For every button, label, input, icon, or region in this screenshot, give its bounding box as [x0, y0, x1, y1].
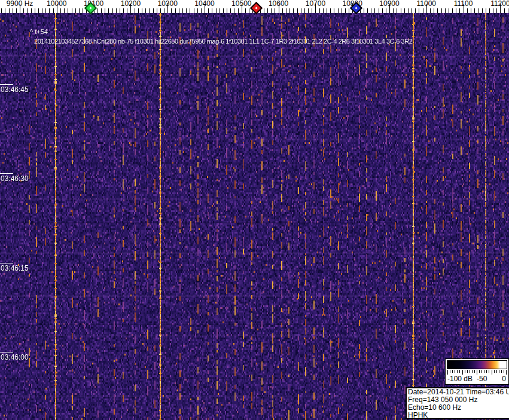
minor-freq-tick: [374, 8, 375, 13]
db-tick: [506, 370, 507, 375]
minor-freq-tick: [319, 8, 320, 13]
minor-freq-tick: [68, 8, 68, 13]
freq-tick-label: 10600: [269, 0, 288, 8]
cursor-time-offset-label: ^ t+54: [30, 28, 48, 35]
freq-tick-label: 11200: [490, 0, 509, 8]
detection-parameters-text: 20141021034527368 hCnt280 nb-75 f10301 h…: [34, 38, 412, 45]
minor-freq-tick: [45, 8, 46, 13]
minor-freq-tick: [367, 8, 368, 13]
db-tick: [501, 370, 502, 373]
minor-freq-tick: [175, 8, 176, 13]
minor-freq-tick: [9, 8, 10, 13]
minor-freq-tick: [297, 8, 298, 13]
station-info-box: Date=2014-10-21 Time=03:46 UTC Freq=143 …: [406, 387, 509, 419]
minor-freq-tick: [153, 8, 154, 13]
db-tick: [472, 370, 473, 373]
db-tick: [499, 370, 499, 373]
minor-freq-tick: [423, 8, 423, 13]
minor-freq-tick: [101, 8, 102, 13]
db-tick: [481, 370, 482, 373]
db-max-label: 0: [502, 375, 506, 383]
db-tick: [457, 370, 458, 373]
db-tick: [486, 370, 487, 373]
minor-freq-tick: [194, 8, 194, 13]
minor-freq-tick: [145, 8, 146, 13]
minor-freq-tick: [245, 8, 246, 13]
db-scale-ticks: [447, 370, 507, 375]
db-tick: [447, 370, 448, 375]
db-scale-labels: -100 dB -50 0: [446, 375, 507, 383]
minor-freq-tick: [271, 8, 272, 13]
freq-tick-label: 10400: [194, 0, 214, 8]
minor-freq-tick: [301, 8, 301, 13]
minor-freq-tick: [275, 8, 275, 13]
minor-freq-tick: [345, 8, 346, 13]
db-tick: [474, 370, 475, 373]
minor-freq-tick: [35, 8, 35, 13]
minor-freq-tick: [312, 8, 312, 13]
freq-tick-label: 11100: [454, 0, 473, 8]
minor-freq-tick: [31, 8, 32, 13]
freq-tick-label: 10700: [306, 0, 325, 8]
minor-freq-tick: [434, 8, 434, 13]
db-tick: [462, 370, 463, 375]
minor-freq-tick: [496, 8, 497, 13]
minor-freq-tick: [330, 8, 331, 13]
db-tick: [496, 370, 497, 373]
marker-center-dot: [89, 7, 92, 9]
minor-freq-tick: [327, 8, 327, 13]
minor-freq-tick: [127, 8, 127, 13]
marker-center-dot: [255, 7, 257, 9]
minor-freq-tick: [449, 8, 449, 13]
db-gradient-bar: [447, 360, 507, 369]
minor-freq-tick: [364, 8, 364, 13]
spectrogram-waterfall-canvas[interactable]: [0, 13, 509, 420]
minor-freq-tick: [197, 8, 198, 13]
minor-freq-tick: [23, 8, 24, 13]
minor-freq-tick: [208, 8, 209, 13]
minor-freq-tick: [401, 8, 401, 13]
minor-freq-tick: [38, 8, 39, 13]
minor-freq-tick: [456, 8, 456, 13]
minor-freq-tick: [323, 8, 324, 13]
minor-freq-tick: [286, 8, 286, 13]
minor-freq-tick: [64, 8, 65, 13]
minor-freq-tick: [5, 8, 5, 13]
minor-freq-tick: [216, 8, 217, 13]
db-min-label: -100 dB: [447, 375, 473, 383]
freq-tick-label: 10300: [158, 0, 178, 8]
minor-freq-tick: [123, 8, 124, 13]
minor-freq-tick: [157, 8, 157, 13]
time-tick-line: [0, 352, 13, 352]
freq-tick-label: 10900: [379, 0, 399, 8]
minor-freq-tick: [164, 8, 164, 13]
minor-freq-tick: [382, 8, 383, 13]
minor-freq-tick: [149, 8, 150, 13]
minor-freq-tick: [441, 8, 442, 13]
minor-freq-tick: [308, 8, 309, 13]
db-tick: [489, 370, 489, 373]
minor-freq-tick: [282, 8, 283, 13]
minor-freq-tick: [371, 8, 371, 13]
minor-freq-tick: [437, 8, 438, 13]
minor-freq-tick: [397, 8, 397, 13]
minor-freq-tick: [419, 8, 419, 13]
minor-freq-tick: [293, 8, 294, 13]
minor-freq-tick: [108, 8, 109, 13]
minor-freq-tick: [459, 8, 460, 13]
minor-freq-tick: [75, 8, 76, 13]
minor-freq-tick: [386, 8, 386, 13]
db-tick: [494, 370, 495, 373]
minor-freq-tick: [238, 8, 239, 13]
time-tick-label: 03:46:30: [1, 174, 29, 183]
db-tick: [465, 370, 465, 373]
db-mid-label: -50: [477, 375, 487, 383]
minor-freq-tick: [186, 8, 187, 13]
db-tick: [477, 370, 477, 375]
minor-freq-tick: [227, 8, 227, 13]
minor-freq-tick: [138, 8, 139, 13]
minor-freq-tick: [116, 8, 117, 13]
minor-freq-tick: [79, 8, 80, 13]
minor-freq-tick: [16, 8, 17, 13]
minor-freq-tick: [445, 8, 446, 13]
